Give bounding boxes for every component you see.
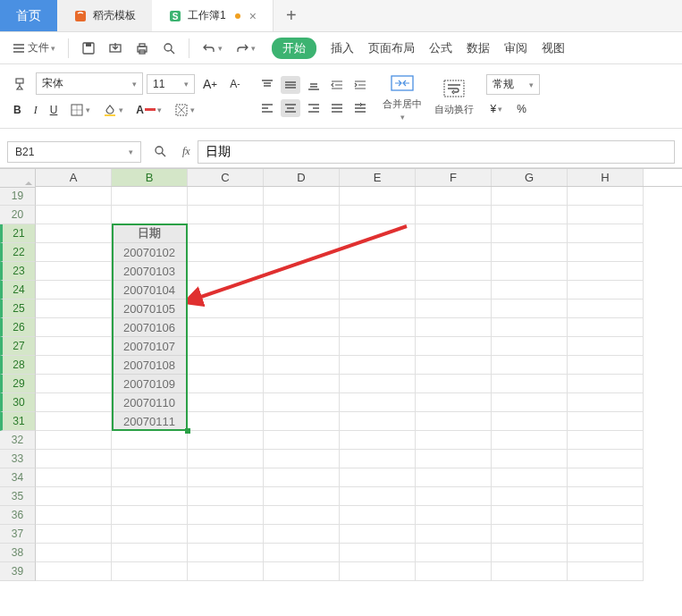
ribbon-tab-data[interactable]: 数据	[467, 40, 490, 56]
row-header[interactable]: 28	[0, 356, 36, 375]
indent-decrease-button[interactable]	[327, 76, 347, 94]
cell[interactable]	[492, 356, 568, 375]
cell[interactable]	[188, 375, 264, 393]
zoom-icon[interactable]	[148, 141, 173, 163]
cell[interactable]	[568, 412, 644, 431]
cell[interactable]	[568, 375, 644, 393]
cell[interactable]	[416, 468, 492, 487]
row-header[interactable]: 20	[0, 206, 36, 224]
cell[interactable]	[568, 562, 644, 581]
cell[interactable]	[264, 281, 340, 300]
align-top-button[interactable]	[257, 76, 277, 94]
cell[interactable]	[36, 375, 112, 393]
ribbon-tab-insert[interactable]: 插入	[331, 40, 354, 56]
row-header[interactable]: 37	[0, 525, 36, 544]
cell[interactable]	[264, 562, 340, 581]
cell[interactable]	[492, 375, 568, 393]
cell[interactable]	[568, 187, 644, 206]
row-header[interactable]: 23	[0, 262, 36, 281]
cell[interactable]	[340, 487, 416, 506]
cell[interactable]: 20070103	[112, 262, 188, 281]
column-header-F[interactable]: F	[416, 169, 492, 186]
row-header[interactable]: 35	[0, 487, 36, 506]
font-name-select[interactable]: 宋体▾	[36, 72, 143, 95]
cell[interactable]: 日期	[112, 224, 188, 243]
cell[interactable]	[340, 262, 416, 281]
fx-icon[interactable]: fx	[182, 145, 190, 158]
cell[interactable]	[416, 506, 492, 525]
cell[interactable]	[416, 224, 492, 243]
cell[interactable]	[492, 562, 568, 581]
cell[interactable]	[264, 356, 340, 375]
cell[interactable]: 20070109	[112, 375, 188, 393]
cell[interactable]	[264, 506, 340, 525]
cell[interactable]: 20070107	[112, 337, 188, 356]
cell[interactable]	[340, 300, 416, 318]
cell[interactable]	[112, 525, 188, 544]
name-box[interactable]: B21 ▾	[7, 141, 141, 163]
cell[interactable]	[492, 544, 568, 562]
cell[interactable]	[264, 544, 340, 562]
cell[interactable]	[568, 393, 644, 412]
row-header[interactable]: 27	[0, 337, 36, 356]
cell[interactable]	[568, 450, 644, 468]
output-button[interactable]	[103, 38, 128, 59]
cell[interactable]	[36, 206, 112, 224]
cell[interactable]	[340, 281, 416, 300]
cell[interactable]	[264, 431, 340, 450]
cell[interactable]	[188, 281, 264, 300]
cell[interactable]	[340, 337, 416, 356]
cell[interactable]	[188, 300, 264, 318]
cell[interactable]	[340, 431, 416, 450]
cell[interactable]	[36, 356, 112, 375]
cell[interactable]	[340, 468, 416, 487]
cell[interactable]	[264, 412, 340, 431]
font-size-select[interactable]: 11▾	[147, 74, 195, 94]
cell[interactable]	[36, 187, 112, 206]
cell[interactable]	[36, 468, 112, 487]
cell[interactable]	[416, 300, 492, 318]
cell[interactable]: 20070104	[112, 281, 188, 300]
cell[interactable]	[492, 412, 568, 431]
cell[interactable]	[36, 281, 112, 300]
cell[interactable]	[188, 544, 264, 562]
bold-button[interactable]: B	[9, 101, 26, 119]
row-header[interactable]: 36	[0, 506, 36, 525]
cell[interactable]	[568, 506, 644, 525]
cell[interactable]	[492, 318, 568, 337]
cell[interactable]	[492, 206, 568, 224]
row-header[interactable]: 39	[0, 562, 36, 581]
cell[interactable]	[492, 431, 568, 450]
row-header[interactable]: 32	[0, 431, 36, 450]
cell[interactable]	[492, 262, 568, 281]
cell[interactable]	[340, 562, 416, 581]
select-all-corner[interactable]	[0, 168, 36, 188]
cell[interactable]	[340, 412, 416, 431]
align-right-button[interactable]	[304, 99, 324, 117]
cell[interactable]	[568, 544, 644, 562]
column-header-A[interactable]: A	[36, 169, 112, 186]
cell[interactable]	[36, 318, 112, 337]
cells-area[interactable]: 日期20070102200701032007010420070105200701…	[36, 187, 644, 581]
cell[interactable]	[416, 356, 492, 375]
percent-button[interactable]: %	[512, 100, 531, 118]
tab-home[interactable]: 首页	[0, 0, 57, 31]
row-header[interactable]: 25	[0, 300, 36, 318]
cell[interactable]	[492, 487, 568, 506]
cell[interactable]	[112, 206, 188, 224]
column-header-B[interactable]: B	[112, 169, 188, 186]
column-header-G[interactable]: G	[492, 169, 568, 186]
cell[interactable]	[340, 393, 416, 412]
borders-button[interactable]: ▾	[65, 100, 95, 120]
cell[interactable]	[568, 525, 644, 544]
font-decrease-button[interactable]: A-	[225, 75, 244, 93]
align-left-button[interactable]	[257, 99, 277, 117]
row-header[interactable]: 21	[0, 224, 36, 243]
cell[interactable]	[416, 487, 492, 506]
row-header[interactable]: 30	[0, 393, 36, 412]
cell[interactable]: 20070111	[112, 412, 188, 431]
cell[interactable]	[568, 431, 644, 450]
add-tab-button[interactable]: +	[274, 0, 309, 31]
cell[interactable]	[112, 450, 188, 468]
cell[interactable]	[112, 187, 188, 206]
